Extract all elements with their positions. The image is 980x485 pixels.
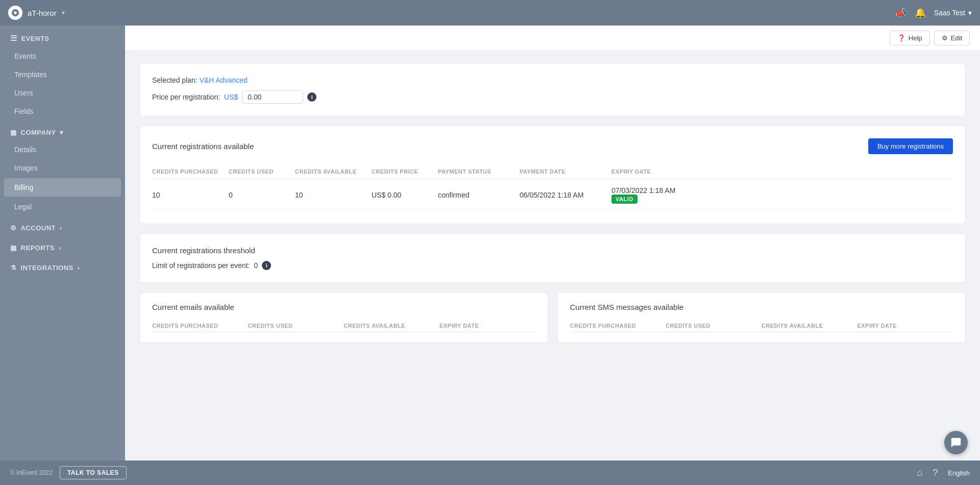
td-expiry-date: 07/03/2022 1:18 AM VALID bbox=[611, 186, 703, 204]
help-button[interactable]: ❓ Help bbox=[890, 31, 930, 45]
edit-button[interactable]: ⚙ Edit bbox=[934, 31, 970, 45]
sidebar-account-label: ACCOUNT bbox=[21, 224, 56, 232]
home-icon[interactable]: ⌂ bbox=[917, 468, 922, 478]
account-chevron: › bbox=[60, 224, 62, 232]
help-icon: ❓ bbox=[897, 34, 905, 42]
table-row: 10 0 10 US$ 0.00 confirmed 06/05/2022 1:… bbox=[152, 179, 953, 211]
sidebar-item-legal[interactable]: Legal bbox=[0, 198, 125, 216]
price-currency: US$ bbox=[224, 93, 238, 101]
sidebar-reports-label: REPORTS bbox=[21, 244, 55, 252]
th-credits-available: CREDITS AVAILABLE bbox=[295, 168, 372, 175]
user-menu[interactable]: Saas Test ▾ bbox=[934, 9, 972, 17]
td-payment-date: 06/05/2022 1:18 AM bbox=[520, 191, 611, 199]
sidebar-account-header[interactable]: ⚙ ACCOUNT › bbox=[0, 216, 125, 236]
copyright-text: © InEvent 2022 bbox=[10, 469, 53, 476]
sidebar-item-templates[interactable]: Templates bbox=[0, 65, 125, 84]
threshold-info-icon[interactable]: i bbox=[262, 261, 271, 270]
integrations-chevron: › bbox=[78, 264, 80, 272]
company-chevron: ▾ bbox=[60, 129, 64, 136]
emails-th-0: CREDITS PURCHASED bbox=[152, 323, 248, 329]
buy-registrations-button[interactable]: Buy more registrations bbox=[868, 138, 953, 154]
reports-icon: ▦ bbox=[10, 244, 17, 252]
language-selector[interactable]: English bbox=[948, 469, 970, 477]
threshold-card: Current registrations threshold Limit of… bbox=[139, 233, 966, 283]
bell-icon[interactable]: 🔔 bbox=[915, 7, 926, 18]
sms-title: Current SMS messages available bbox=[570, 303, 953, 311]
company-grid-icon: ▦ bbox=[10, 129, 17, 136]
sms-th-1: CREDITS USED bbox=[666, 323, 762, 329]
topbar: aT-horor ▾ 📣 🔔 Saas Test ▾ bbox=[0, 0, 980, 26]
app-logo bbox=[8, 6, 22, 20]
valid-badge: VALID bbox=[611, 195, 638, 204]
registrations-table-headers: CREDITS PURCHASED CREDITS USED CREDITS A… bbox=[152, 164, 953, 179]
threshold-row: Limit of registrations per event: 0 i bbox=[152, 261, 953, 270]
user-name: Saas Test bbox=[934, 9, 965, 17]
th-credits-used: CREDITS USED bbox=[229, 168, 295, 175]
app-name: aT-horor bbox=[28, 9, 57, 17]
topbar-left: aT-horor ▾ bbox=[8, 6, 65, 20]
td-payment-status: confirmed bbox=[438, 191, 520, 199]
topbar-right: 📣 🔔 Saas Test ▾ bbox=[895, 7, 972, 18]
emails-th-2: CREDITS AVAILABLE bbox=[344, 323, 439, 329]
sms-table-headers: CREDITS PURCHASED CREDITS USED CREDITS A… bbox=[570, 320, 953, 332]
sidebar: ☰ EVENTS Events Templates Users Fields ▦… bbox=[0, 26, 125, 460]
sms-th-0: CREDITS PURCHASED bbox=[570, 323, 666, 329]
price-label: Price per registration: bbox=[152, 93, 220, 101]
sidebar-events-label: EVENTS bbox=[21, 35, 50, 42]
registrations-header: Current registrations available Buy more… bbox=[152, 138, 953, 154]
price-info-icon[interactable]: i bbox=[307, 92, 316, 102]
sidebar-item-fields[interactable]: Fields bbox=[0, 102, 125, 120]
bottombar: © InEvent 2022 TALK TO SALES ⌂ ? English bbox=[0, 460, 980, 485]
emails-th-1: CREDITS USED bbox=[248, 323, 344, 329]
main: ❓ Help ⚙ Edit Selected plan: V&H Advance… bbox=[125, 26, 980, 460]
app-chevron[interactable]: ▾ bbox=[62, 9, 65, 16]
main-body: Selected plan: V&H Advanced Price per re… bbox=[125, 51, 980, 460]
account-gear-icon: ⚙ bbox=[10, 224, 17, 232]
price-input[interactable] bbox=[242, 90, 303, 104]
threshold-limit-value: 0 bbox=[254, 261, 258, 270]
bottombar-right: ⌂ ? English bbox=[917, 468, 970, 478]
emails-title: Current emails available bbox=[152, 303, 535, 311]
megaphone-icon[interactable]: 📣 bbox=[895, 7, 906, 18]
edit-gear-icon: ⚙ bbox=[942, 34, 948, 42]
emails-th-3: EXPIRY DATE bbox=[439, 323, 535, 329]
td-credits-price: US$ 0.00 bbox=[372, 191, 438, 199]
sidebar-item-details[interactable]: Details bbox=[0, 140, 125, 159]
th-payment-date: PAYMENT DATE bbox=[520, 168, 611, 175]
threshold-title: Current registrations threshold bbox=[152, 246, 953, 255]
sms-card: Current SMS messages available CREDITS P… bbox=[557, 292, 966, 343]
td-credits-purchased: 10 bbox=[152, 191, 229, 199]
sidebar-integrations-header[interactable]: ⚗ INTEGRATIONS › bbox=[0, 256, 125, 276]
layout: ☰ EVENTS Events Templates Users Fields ▦… bbox=[0, 26, 980, 460]
sidebar-item-images[interactable]: Images bbox=[0, 159, 125, 177]
td-credits-available: 10 bbox=[295, 191, 372, 199]
th-credits-purchased: CREDITS PURCHASED bbox=[152, 168, 229, 175]
plan-link[interactable]: V&H Advanced bbox=[200, 76, 248, 84]
th-credits-price: CREDITS PRICE bbox=[372, 168, 438, 175]
bottom-cards: Current emails available CREDITS PURCHAS… bbox=[139, 292, 966, 343]
sms-th-2: CREDITS AVAILABLE bbox=[762, 323, 857, 329]
integrations-icon: ⚗ bbox=[10, 264, 17, 272]
threshold-limit-label: Limit of registrations per event: bbox=[152, 261, 250, 270]
th-payment-status: PAYMENT STATUS bbox=[438, 168, 520, 175]
sidebar-company-header[interactable]: ▦ COMPANY ▾ bbox=[0, 120, 125, 140]
emails-table-headers: CREDITS PURCHASED CREDITS USED CREDITS A… bbox=[152, 320, 535, 332]
sidebar-item-billing[interactable]: Billing bbox=[4, 178, 121, 197]
reports-chevron: › bbox=[59, 244, 61, 252]
plan-label: Selected plan: V&H Advanced bbox=[152, 76, 953, 84]
sidebar-events-header: ☰ EVENTS bbox=[0, 26, 125, 47]
sidebar-integrations-label: INTEGRATIONS bbox=[21, 264, 74, 272]
chat-bubble[interactable] bbox=[944, 431, 968, 454]
sidebar-reports-header[interactable]: ▦ REPORTS › bbox=[0, 236, 125, 256]
sms-th-3: EXPIRY DATE bbox=[857, 323, 953, 329]
sidebar-item-events[interactable]: Events bbox=[0, 47, 125, 65]
main-toolbar: ❓ Help ⚙ Edit bbox=[125, 26, 980, 51]
events-icon: ☰ bbox=[10, 34, 17, 43]
sidebar-item-users[interactable]: Users bbox=[0, 84, 125, 102]
registrations-card: Current registrations available Buy more… bbox=[139, 126, 966, 224]
talk-to-sales-button[interactable]: TALK TO SALES bbox=[60, 466, 127, 479]
emails-card: Current emails available CREDITS PURCHAS… bbox=[139, 292, 548, 343]
registrations-title: Current registrations available bbox=[152, 142, 254, 151]
question-icon[interactable]: ? bbox=[933, 468, 938, 478]
td-credits-used: 0 bbox=[229, 191, 295, 199]
